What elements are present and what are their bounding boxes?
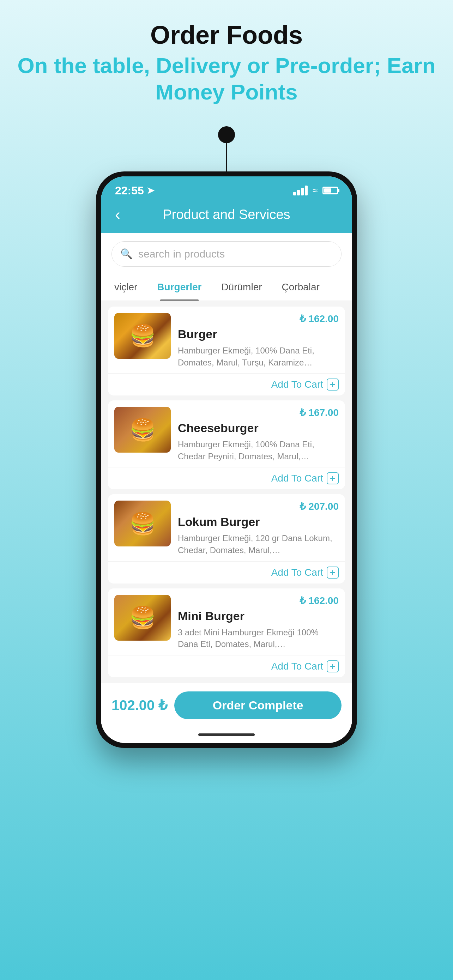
product-card: 🍔 ₺ 162.00 Burger Hamburger Ekmeği, 100%… — [108, 307, 345, 395]
product-top: 🍔 ₺ 162.00 Mini Burger 3 adet Mini Hambu… — [108, 589, 345, 655]
add-to-cart-button[interactable]: Add To Cart + — [271, 379, 339, 391]
product-top: 🍔 ₺ 207.00 Lokum Burger Hamburger Ekmeği… — [108, 494, 345, 561]
location-icon: ➤ — [147, 185, 154, 196]
category-tabs: viçler Burgerler Dürümler Çorbalar — [101, 274, 352, 301]
cheeseburger-image: 🍔 — [114, 407, 171, 453]
add-to-cart-label: Add To Cart — [271, 567, 323, 578]
app-header: ‹ Product and Services — [101, 201, 352, 233]
status-icons: ≈ — [293, 185, 338, 196]
product-bottom: Add To Cart + — [108, 467, 345, 489]
product-price: ₺ 162.00 — [178, 595, 339, 606]
search-input[interactable]: search in products — [138, 248, 225, 260]
product-card: 🍔 ₺ 167.00 Cheeseburger Hamburger Ekmeği… — [108, 400, 345, 489]
product-top: 🍔 ₺ 167.00 Cheeseburger Hamburger Ekmeği… — [108, 400, 345, 467]
status-time: 22:55 ➤ — [115, 184, 154, 197]
search-icon: 🔍 — [120, 248, 133, 259]
product-desc: Hamburger Ekmeği, 100% Dana Eti, Domates… — [178, 345, 339, 368]
product-bottom: Add To Cart + — [108, 655, 345, 677]
product-desc: Hamburger Ekmeği, 100% Dana Eti, Chedar … — [178, 439, 339, 462]
product-card: 🍔 ₺ 207.00 Lokum Burger Hamburger Ekmeği… — [108, 494, 345, 583]
order-complete-button[interactable]: Order Complete — [174, 691, 342, 719]
lokum-image: 🍔 — [114, 501, 171, 546]
pointer-decoration — [218, 126, 235, 172]
tab-viçler[interactable]: viçler — [105, 274, 147, 301]
burger-image: 🍔 — [114, 313, 171, 359]
add-to-cart-label: Add To Cart — [271, 379, 323, 390]
add-to-cart-label: Add To Cart — [271, 473, 323, 484]
product-name: Cheeseburger — [178, 421, 339, 435]
product-image-lokum: 🍔 — [114, 501, 171, 546]
product-info: ₺ 162.00 Burger Hamburger Ekmeği, 100% D… — [178, 313, 339, 368]
product-info: ₺ 207.00 Lokum Burger Hamburger Ekmeği, … — [178, 501, 339, 556]
add-to-cart-button[interactable]: Add To Cart + — [271, 660, 339, 672]
product-info: ₺ 162.00 Mini Burger 3 adet Mini Hamburg… — [178, 595, 339, 650]
product-name: Burger — [178, 328, 339, 341]
product-price: ₺ 162.00 — [178, 313, 339, 325]
phone-screen: 22:55 ➤ ≈ ‹ Product and Services — [101, 177, 352, 743]
product-image-cheeseburger: 🍔 — [114, 407, 171, 453]
plus-icon[interactable]: + — [327, 566, 339, 579]
product-image-burger: 🍔 — [114, 313, 171, 359]
product-desc: 3 adet Mini Hamburger Ekmeği 100% Dana E… — [178, 627, 339, 650]
mini-image: 🍔 — [114, 595, 171, 641]
product-bottom: Add To Cart + — [108, 561, 345, 584]
home-indicator — [101, 728, 352, 743]
product-image-mini: 🍔 — [114, 595, 171, 641]
total-price: 102.00 ₺ — [111, 697, 167, 713]
page-title: Order Foods — [150, 21, 303, 49]
plus-icon[interactable]: + — [327, 473, 339, 484]
signal-icon — [293, 186, 308, 196]
product-list: 🍔 ₺ 162.00 Burger Hamburger Ekmeği, 100%… — [101, 301, 352, 683]
header-title: Product and Services — [163, 207, 290, 222]
plus-icon[interactable]: + — [327, 379, 339, 391]
product-top: 🍔 ₺ 162.00 Burger Hamburger Ekmeği, 100%… — [108, 307, 345, 373]
back-button[interactable]: ‹ — [115, 207, 120, 222]
product-bottom: Add To Cart + — [108, 373, 345, 395]
add-to-cart-button[interactable]: Add To Cart + — [271, 473, 339, 484]
page-subtitle: On the table, Delivery or Pre-order; Ear… — [0, 52, 453, 105]
bottom-bar: 102.00 ₺ Order Complete — [101, 683, 352, 728]
wifi-icon: ≈ — [313, 185, 318, 196]
tab-çorbalar[interactable]: Çorbalar — [272, 274, 329, 301]
product-desc: Hamburger Ekmeği, 120 gr Dana Lokum, Che… — [178, 532, 339, 556]
search-container: 🔍 search in products — [101, 233, 352, 274]
search-bar[interactable]: 🔍 search in products — [111, 241, 342, 267]
product-name: Mini Burger — [178, 609, 339, 623]
product-price: ₺ 167.00 — [178, 407, 339, 418]
product-card: 🍔 ₺ 162.00 Mini Burger 3 adet Mini Hambu… — [108, 589, 345, 677]
battery-icon — [323, 187, 338, 194]
add-to-cart-label: Add To Cart — [271, 661, 323, 672]
plus-icon[interactable]: + — [327, 660, 339, 672]
product-info: ₺ 167.00 Cheeseburger Hamburger Ekmeği, … — [178, 407, 339, 462]
home-bar — [198, 733, 255, 736]
phone-frame: 22:55 ➤ ≈ ‹ Product and Services — [96, 172, 357, 748]
status-bar: 22:55 ➤ ≈ — [101, 177, 352, 201]
clock-label: 22:55 — [115, 184, 144, 197]
tab-dürümler[interactable]: Dürümler — [211, 274, 272, 301]
product-price: ₺ 207.00 — [178, 501, 339, 512]
tab-burgerler[interactable]: Burgerler — [147, 274, 211, 301]
add-to-cart-button[interactable]: Add To Cart + — [271, 566, 339, 579]
product-name: Lokum Burger — [178, 515, 339, 529]
